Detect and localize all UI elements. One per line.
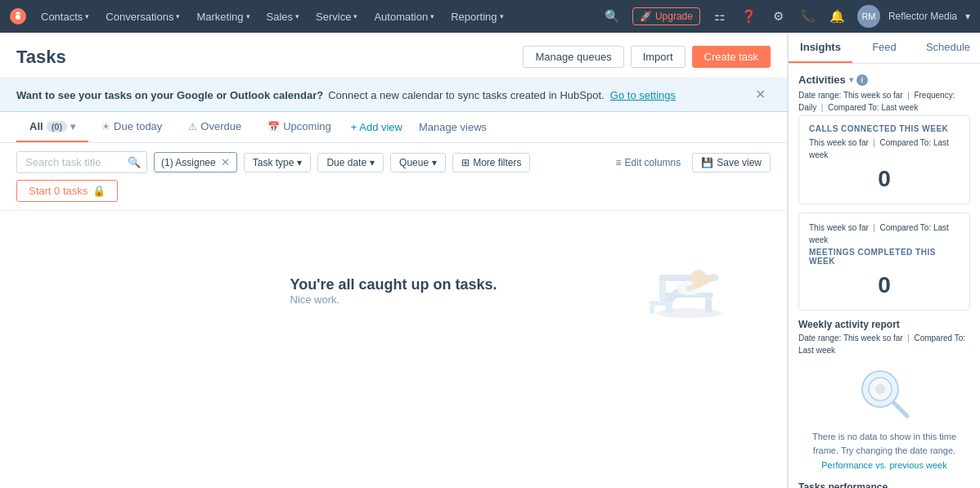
right-panel: Insights Feed Schedule Activities ▾ i Da…: [788, 33, 980, 488]
more-filters-icon: ⊞: [461, 157, 470, 168]
help-icon-btn[interactable]: ❓: [736, 3, 762, 29]
all-tab-chevron: ▾: [70, 121, 75, 132]
queue-chevron: ▾: [432, 157, 437, 168]
import-button[interactable]: Import: [631, 46, 686, 68]
svg-point-16: [875, 384, 885, 394]
search-input[interactable]: [16, 151, 147, 173]
assignee-chip-remove[interactable]: ✕: [221, 156, 230, 168]
nav-icon-group: 🔍 🚀 Upgrade ⚏ ❓ ⚙ 📞 🔔 RM Reflector Media…: [600, 3, 970, 29]
meetings-metric-value: 0: [809, 269, 960, 302]
weekly-report-no-data: There is no data to show in this time fr…: [798, 430, 970, 457]
tab-due-today[interactable]: ☀ Due today: [88, 112, 175, 142]
due-today-icon: ☀: [101, 121, 110, 132]
create-task-button[interactable]: Create task: [692, 46, 771, 68]
start-tasks-button[interactable]: Start 0 tasks 🔒: [16, 180, 118, 202]
activities-date-range: Date range: This week so far | Frequency…: [798, 89, 970, 114]
panel-tab-feed[interactable]: Feed: [852, 33, 916, 63]
queue-filter[interactable]: Queue ▾: [390, 153, 446, 172]
banner-question: Want to see your tasks on your Google or…: [16, 89, 323, 101]
banner-description: Connect a new calendar to sync tasks cre…: [328, 89, 676, 101]
panel-tab-insights[interactable]: Insights: [789, 33, 852, 63]
svg-rect-5: [705, 298, 712, 312]
manage-views-link[interactable]: Manage views: [412, 113, 493, 141]
svg-rect-12: [668, 306, 672, 314]
add-view-button[interactable]: + Add view: [344, 113, 409, 141]
page-title: Tasks: [16, 47, 66, 68]
empty-illustration: [640, 244, 738, 325]
calls-metric-card: CALLS CONNECTED THIS WEEK This week so f…: [798, 115, 970, 204]
reporting-chevron: ▾: [500, 12, 504, 20]
nav-automation[interactable]: Automation ▾: [366, 0, 443, 33]
filter-bar: 🔍 (1) Assignee ✕ Task type ▾ Due date ▾ …: [0, 143, 787, 211]
save-view-button[interactable]: 💾 Save view: [692, 153, 771, 172]
due-date-chevron: ▾: [370, 157, 375, 168]
user-avatar[interactable]: RM: [857, 5, 880, 28]
tab-overdue[interactable]: ⚠ Overdue: [175, 112, 254, 142]
nav-sales[interactable]: Sales ▾: [258, 0, 308, 33]
tasks-performance-section: Tasks performance Date range: From 8/21/…: [798, 481, 970, 488]
weekly-report-section: Weekly activity report Date range: This …: [798, 319, 970, 470]
page-header: Tasks Manage queues Import Create task: [0, 33, 787, 78]
nav-marketing[interactable]: Marketing ▾: [188, 0, 258, 33]
weekly-report-date-range: Date range: This week so far | Compared …: [798, 332, 970, 356]
tab-all[interactable]: All (0) ▾: [16, 112, 88, 142]
sales-chevron: ▾: [295, 12, 299, 20]
edit-columns-button[interactable]: ≡ Edit columns: [611, 154, 686, 172]
tasks-tabs-bar: All (0) ▾ ☀ Due today ⚠ Overdue 📅 Upcomi…: [0, 112, 787, 143]
settings-icon-btn[interactable]: ⚙: [766, 3, 792, 29]
calls-metric-title: CALLS CONNECTED THIS WEEK: [809, 124, 960, 133]
tasks-performance-title: Tasks performance: [798, 481, 970, 488]
calendar-banner: Want to see your tasks on your Google or…: [0, 78, 787, 112]
banner-settings-link[interactable]: Go to settings: [610, 89, 676, 101]
tab-upcoming[interactable]: 📅 Upcoming: [254, 112, 344, 142]
nav-contacts[interactable]: Contacts ▾: [33, 0, 97, 33]
marketplace-icon-btn[interactable]: ⚏: [707, 3, 733, 29]
task-type-filter[interactable]: Task type ▾: [244, 153, 312, 172]
activities-header: Activities ▾ i: [798, 74, 970, 86]
start-tasks-lock-icon: 🔒: [92, 185, 106, 197]
due-date-filter[interactable]: Due date ▾: [317, 153, 384, 172]
main-layout: Tasks Manage queues Import Create task W…: [0, 33, 980, 488]
overdue-icon: ⚠: [188, 121, 197, 132]
nav-conversations[interactable]: Conversations ▾: [97, 0, 188, 33]
service-chevron: ▾: [353, 12, 357, 20]
banner-close-button[interactable]: ✕: [750, 87, 771, 103]
user-chevron[interactable]: ▾: [965, 11, 970, 22]
svg-rect-10: [650, 301, 672, 306]
marketing-chevron: ▾: [246, 12, 250, 20]
hubspot-logo[interactable]: [10, 8, 26, 25]
save-view-icon: 💾: [701, 157, 713, 168]
activities-chevron: ▾: [849, 75, 853, 84]
user-name-label[interactable]: Reflector Media: [888, 11, 957, 22]
nav-service[interactable]: Service ▾: [308, 0, 366, 33]
top-navigation: Contacts ▾ Conversations ▾ Marketing ▾ S…: [0, 0, 980, 33]
automation-chevron: ▾: [430, 12, 434, 20]
banner-text: Want to see your tasks on your Google or…: [16, 89, 676, 101]
all-tab-badge: (0): [47, 121, 67, 132]
upgrade-button[interactable]: 🚀 Upgrade: [632, 7, 700, 25]
svg-line-15: [894, 403, 907, 416]
header-actions: Manage queues Import Create task: [523, 46, 771, 68]
assignee-filter-chip[interactable]: (1) Assignee ✕: [154, 152, 237, 172]
panel-content: Activities ▾ i Date range: This week so …: [789, 64, 980, 488]
notifications-icon-btn[interactable]: 🔔: [825, 3, 851, 29]
weekly-report-title: Weekly activity report: [798, 319, 970, 330]
calls-date-range: This week so far | Compared To: Last wee…: [809, 137, 960, 161]
search-icon-btn[interactable]: 🔍: [600, 3, 626, 29]
nav-reporting[interactable]: Reporting ▾: [443, 0, 511, 33]
meetings-metric-card: This week so far | Compared To: Last wee…: [798, 213, 970, 311]
task-type-chevron: ▾: [297, 157, 302, 168]
upcoming-icon: 📅: [267, 121, 280, 132]
manage-queues-button[interactable]: Manage queues: [523, 46, 623, 68]
empty-state: You're all caught up on tasks. Nice work…: [0, 211, 787, 371]
weekly-report-illustration: [852, 365, 917, 422]
upgrade-rocket-icon: 🚀: [640, 11, 652, 22]
performance-link[interactable]: Performance vs. previous week: [798, 460, 970, 470]
panel-tabs: Insights Feed Schedule: [789, 33, 980, 64]
more-filters-button[interactable]: ⊞ More filters: [452, 153, 530, 172]
empty-subtitle: Nice work.: [290, 293, 497, 306]
panel-tab-schedule[interactable]: Schedule: [916, 33, 980, 63]
edit-columns-icon: ≡: [616, 157, 622, 168]
activities-info-icon[interactable]: i: [856, 74, 868, 86]
phone-icon-btn[interactable]: 📞: [795, 3, 821, 29]
